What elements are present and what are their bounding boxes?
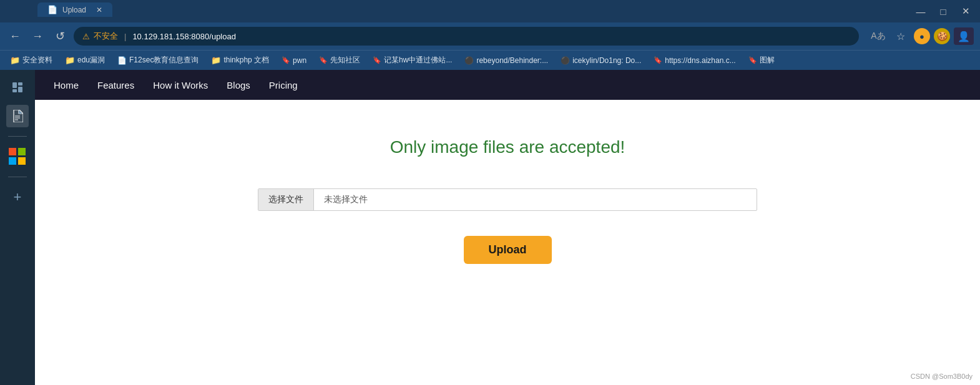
sidebar-icon-document[interactable]: [6, 105, 29, 127]
sidebar-icon-add[interactable]: +: [6, 186, 29, 208]
reader-view-icon[interactable]: Aあ: [869, 27, 888, 46]
bookmark-item[interactable]: 🔖 图解: [743, 54, 780, 67]
security-warning-text: 不安全: [94, 31, 118, 42]
bookmark-item[interactable]: 📁 thinkphp 文档: [206, 54, 274, 67]
nav-pricing[interactable]: Pricing: [269, 77, 298, 93]
bookmark-item[interactable]: 🔖 先知社区: [314, 54, 365, 67]
page-content: Home Features How it Works Blogs Pricing…: [35, 70, 980, 385]
extensions-icon[interactable]: 👤: [954, 27, 974, 45]
favorites-icon[interactable]: ☆: [891, 27, 910, 46]
nav-blogs[interactable]: Blogs: [227, 77, 250, 93]
bookmark-item[interactable]: ⚫ rebeyond/Behinder:...: [459, 55, 553, 66]
address-bar[interactable]: ⚠ 不安全 | 10.129.181.158:8080/upload: [74, 27, 859, 46]
file-label: 未选择文件: [314, 189, 757, 210]
bookmark-item[interactable]: 📁 edu漏洞: [60, 54, 110, 67]
close-btn[interactable]: ✕: [956, 2, 975, 21]
tab-title: Upload: [62, 6, 86, 14]
back-button[interactable]: ←: [6, 27, 24, 45]
sidebar: +: [0, 70, 35, 385]
bookmark-item[interactable]: 📄 F12sec教育信息查询: [112, 54, 203, 67]
site-nav: Home Features How it Works Blogs Pricing: [35, 70, 980, 100]
url-text: 10.129.181.158:8080/upload: [132, 32, 236, 41]
watermark: CSDN @Som3B0dy: [911, 373, 973, 380]
url-separator: |: [124, 32, 126, 41]
sidebar-icon-ms[interactable]: [6, 145, 29, 168]
nav-features[interactable]: Features: [97, 77, 134, 93]
svg-rect-0: [12, 82, 17, 88]
security-warning-icon: ⚠: [82, 32, 90, 41]
bookmark-item[interactable]: 🔖 pwn: [277, 55, 311, 66]
minimize-btn[interactable]: —: [911, 2, 930, 21]
upload-page: Only image files are accepted! 选择文件 未选择文…: [35, 100, 980, 289]
nav-how-it-works[interactable]: How it Works: [153, 77, 208, 93]
file-choose-button[interactable]: 选择文件: [258, 189, 314, 210]
bookmarks-bar: 📁 安全资料 📁 edu漏洞 📄 F12sec教育信息查询 📁 thinkphp…: [0, 50, 980, 70]
bookmark-item[interactable]: 🔖 记某hw中通过佛站...: [368, 54, 457, 67]
svg-rect-3: [18, 87, 22, 92]
sidebar-divider-2: [8, 177, 27, 177]
file-input-row: 选择文件 未选择文件: [258, 188, 757, 211]
bookmark-item[interactable]: 🔖 https://dns.aizhan.c...: [649, 55, 740, 66]
reload-button[interactable]: ↺: [51, 27, 69, 45]
forward-button[interactable]: →: [29, 27, 46, 45]
nav-home[interactable]: Home: [54, 77, 79, 93]
upload-button[interactable]: Upload: [464, 236, 552, 264]
tab-close-icon[interactable]: ✕: [96, 6, 102, 14]
sidebar-icon-tab[interactable]: [6, 76, 29, 99]
svg-rect-2: [12, 89, 17, 92]
maximize-btn[interactable]: □: [934, 2, 953, 21]
upload-message: Only image files are accepted!: [390, 137, 625, 157]
bookmark-item[interactable]: ⚫ icekylin/Do1ng: Do...: [556, 55, 646, 66]
svg-rect-1: [18, 82, 22, 85]
bookmark-item[interactable]: 📁 安全资料: [5, 54, 57, 67]
page-icon: 📄: [47, 5, 57, 14]
profile-icon[interactable]: ●: [914, 28, 930, 44]
sidebar-divider: [8, 136, 27, 137]
cookie-icon[interactable]: 🍪: [934, 28, 950, 44]
